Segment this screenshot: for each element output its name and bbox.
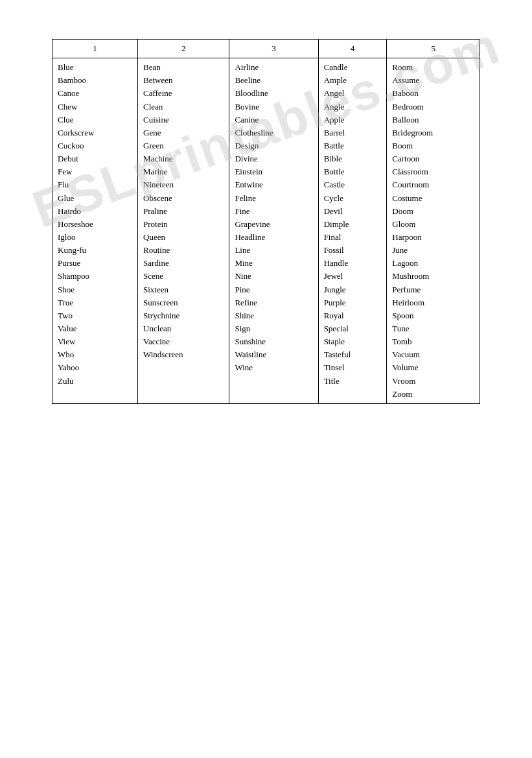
col-header-4: 4 [318, 40, 387, 58]
col-header-2: 2 [138, 40, 229, 58]
table-cell-col-4: CandleAmpleAngelAngleAppleBarrelBattleBi… [318, 58, 387, 404]
word-table: 1 2 3 4 5 BlueBambooCanoeChewClueCorkscr… [52, 39, 480, 404]
table-cell-col-2: BeanBetweenCaffeineCleanCuisineGeneGreen… [138, 58, 229, 404]
table-header-row: 1 2 3 4 5 [52, 40, 480, 58]
page-container: 1 2 3 4 5 BlueBambooCanoeChewClueCorkscr… [0, 0, 532, 430]
col-header-1: 1 [52, 40, 138, 58]
col-header-5: 5 [387, 40, 480, 58]
table-row: BlueBambooCanoeChewClueCorkscrewCuckooDe… [52, 58, 480, 404]
table-cell-col-1: BlueBambooCanoeChewClueCorkscrewCuckooDe… [52, 58, 138, 404]
table-cell-col-3: AirlineBeelineBloodlineBovineCanineCloth… [229, 58, 318, 404]
col-header-3: 3 [229, 40, 318, 58]
table-cell-col-5: RoomAssumeBaboonBedroomBalloonBridegroom… [387, 58, 480, 404]
